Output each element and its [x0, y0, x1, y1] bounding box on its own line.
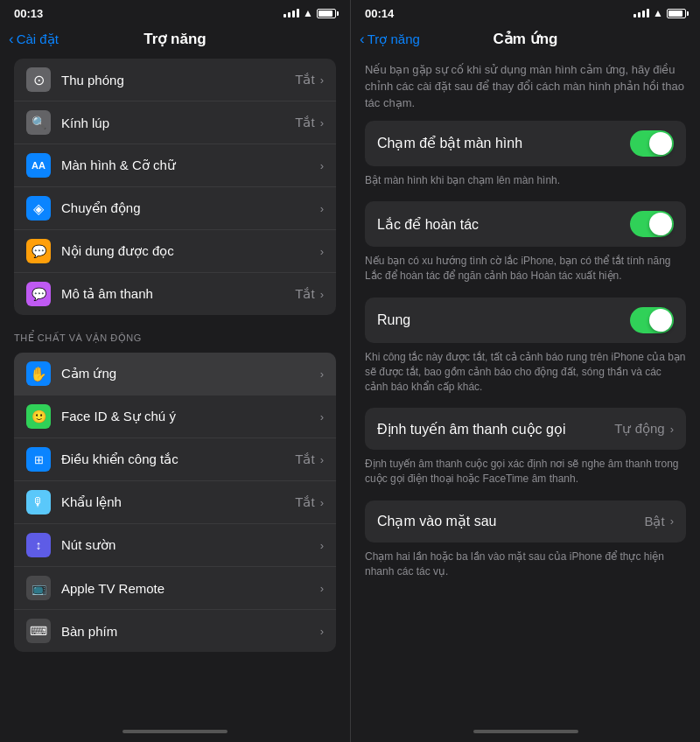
noi-dung-chevron: ›: [320, 245, 324, 258]
rung-toggle-thumb: [649, 309, 672, 332]
dieu-khien-value: Tắt: [295, 452, 314, 467]
kinh-lup-value: Tắt: [295, 115, 314, 130]
right-signal-icon: [634, 9, 649, 18]
cham-bat-desc: Bật màn hình khi bạn chạm lên màn hình.: [351, 168, 700, 197]
kinh-lup-label: Kính lúp: [61, 116, 295, 130]
khau-lenh-icon: 🎙: [26, 490, 51, 514]
dinh-tuyen-row[interactable]: Định tuyến âm thanh cuộc gọi Tự động ›: [365, 408, 686, 450]
settings-item-thu-phong[interactable]: ⊙ Thu phóng Tắt ›: [14, 59, 336, 102]
face-id-icon: 🙂: [26, 404, 51, 429]
khau-lenh-label: Khẩu lệnh: [61, 494, 295, 510]
right-back-label: Trợ năng: [368, 32, 420, 47]
lac-hoan-tac-label: Lắc để hoàn tác: [377, 216, 630, 233]
man-hinh-label: Màn hình & Cỡ chữ: [61, 158, 320, 173]
right-battery-icon: [667, 9, 686, 18]
right-status-bar: 00:14 ▲: [351, 0, 700, 24]
chuyen-dong-chevron: ›: [320, 202, 324, 215]
cham-mat-sau-desc: Chạm hai lần hoặc ba lần vào mặt sau của…: [351, 544, 700, 588]
mo-ta-icon: 💬: [26, 282, 51, 306]
left-nav-header: ‹ Cài đặt Trợ năng: [0, 24, 350, 55]
lac-hoan-tac-row[interactable]: Lắc để hoàn tác: [365, 201, 686, 247]
dieu-khien-chevron: ›: [320, 453, 324, 466]
cam-ung-chevron: ›: [320, 368, 324, 381]
right-scroll-content[interactable]: Nếu bạn gặp sự cố khi sử dụng màn hình c…: [351, 55, 700, 724]
mo-ta-value: Tắt: [295, 286, 314, 302]
settings-item-kinh-lup[interactable]: 🔍 Kính lúp Tắt ›: [14, 102, 336, 144]
cam-ung-label: Cảm ứng: [61, 366, 320, 382]
left-back-label: Cài đặt: [17, 32, 59, 47]
thu-phong-chevron: ›: [320, 74, 324, 87]
mo-ta-chevron: ›: [320, 288, 324, 301]
apple-tv-chevron: ›: [320, 582, 324, 595]
settings-item-face-id[interactable]: 🙂 Face ID & Sự chú ý ›: [14, 396, 336, 438]
left-bottom-settings-list: ✋ Cảm ứng › 🙂 Face ID & Sự chú ý › ⊞ Điề…: [14, 353, 336, 652]
left-top-settings-list: ⊙ Thu phóng Tắt › 🔍 Kính lúp Tắt › AA Mà…: [14, 59, 336, 315]
lac-hoan-tac-desc: Nếu bạn có xu hướng tình cờ lắc iPhone, …: [351, 248, 700, 292]
rung-desc: Khi công tắc này được tắt, tất cả cảnh b…: [351, 345, 700, 402]
signal-icon: [284, 9, 299, 18]
settings-item-khau-lenh[interactable]: 🎙 Khẩu lệnh Tắt ›: [14, 481, 336, 524]
cam-ung-icon: ✋: [26, 361, 51, 386]
settings-item-chuyen-dong[interactable]: ◈ Chuyển động ›: [14, 187, 336, 230]
right-panel: 00:14 ▲ ‹ Trợ năng Cảm ứng Nếu bạn gặp s…: [350, 0, 700, 742]
rung-row[interactable]: Rung: [365, 298, 686, 343]
cham-mat-sau-value: Bật: [644, 514, 664, 529]
left-back-button[interactable]: ‹ Cài đặt: [9, 31, 59, 48]
cham-bat-row[interactable]: Chạm để bật màn hình: [365, 121, 686, 166]
noi-dung-label: Nội dung được đọc: [61, 243, 320, 259]
battery-icon: [317, 9, 336, 18]
left-panel: 00:13 ▲ ‹ Cài đặt Trợ năng ⊙ Thu phóng: [0, 0, 350, 742]
rung-toggle[interactable]: [630, 307, 674, 333]
chuyen-dong-label: Chuyển động: [61, 200, 320, 216]
ban-phim-chevron: ›: [320, 625, 324, 638]
wifi-icon: ▲: [303, 7, 313, 19]
settings-item-man-hinh[interactable]: AA Màn hình & Cỡ chữ ›: [14, 144, 336, 187]
nut-suon-icon: ↕: [26, 533, 51, 557]
left-status-bar: 00:13 ▲: [0, 0, 350, 24]
rung-block: Rung: [365, 298, 686, 343]
right-status-icons: ▲: [634, 7, 686, 19]
khau-lenh-chevron: ›: [320, 496, 324, 509]
cham-bat-toggle[interactable]: [630, 130, 674, 157]
settings-item-ban-phim[interactable]: ⌨ Bàn phím ›: [14, 610, 336, 652]
dieu-khien-label: Điều khiển công tắc: [61, 452, 295, 467]
ban-phim-label: Bàn phím: [61, 624, 320, 639]
settings-item-apple-tv[interactable]: 📺 Apple TV Remote ›: [14, 567, 336, 610]
right-home-indicator: [351, 724, 700, 742]
lac-hoan-tac-toggle-thumb: [649, 213, 672, 235]
lac-hoan-tac-toggle[interactable]: [630, 211, 674, 237]
cham-mat-sau-chevron: ›: [670, 514, 674, 528]
settings-item-noi-dung[interactable]: 💬 Nội dung được đọc ›: [14, 230, 336, 273]
thu-phong-label: Thu phóng: [61, 73, 295, 88]
dinh-tuyen-label: Định tuyến âm thanh cuộc gọi: [377, 421, 614, 438]
face-id-label: Face ID & Sự chú ý: [61, 409, 320, 424]
man-hinh-icon: AA: [26, 153, 51, 178]
cham-mat-sau-row[interactable]: Chạm vào mặt sau Bật ›: [365, 500, 686, 542]
settings-item-cam-ung[interactable]: ✋ Cảm ứng ›: [14, 353, 336, 396]
dinh-tuyen-chevron: ›: [670, 423, 674, 436]
face-id-chevron: ›: [320, 410, 324, 424]
kinh-lup-chevron: ›: [320, 116, 324, 130]
chuyen-dong-icon: ◈: [26, 196, 51, 220]
right-time: 00:14: [365, 7, 394, 20]
ban-phim-icon: ⌨: [26, 619, 51, 643]
thu-phong-value: Tắt: [295, 72, 314, 88]
right-home-bar: [473, 730, 578, 733]
cham-bat-block: Chạm để bật màn hình: [365, 121, 686, 166]
cham-bat-toggle-thumb: [649, 132, 672, 155]
right-back-button[interactable]: ‹ Trợ năng: [360, 31, 420, 48]
settings-item-mo-ta[interactable]: 💬 Mô tả âm thanh Tắt ›: [14, 273, 336, 315]
right-nav-header: ‹ Trợ năng Cảm ứng: [351, 24, 700, 55]
mo-ta-label: Mô tả âm thanh: [61, 286, 295, 302]
right-wifi-icon: ▲: [653, 7, 663, 19]
nut-suon-chevron: ›: [320, 539, 324, 552]
cham-mat-sau-block: Chạm vào mặt sau Bật ›: [365, 500, 686, 542]
left-time: 00:13: [14, 7, 43, 20]
right-intro-text: Nếu bạn gặp sự cố khi sử dụng màn hình c…: [351, 55, 700, 121]
right-nav-title: Cảm ứng: [494, 30, 558, 48]
dinh-tuyen-block: Định tuyến âm thanh cuộc gọi Tự động ›: [365, 408, 686, 450]
dieu-khien-icon: ⊞: [26, 447, 51, 472]
settings-item-nut-suon[interactable]: ↕ Nút sườn ›: [14, 524, 336, 567]
settings-item-dieu-khien[interactable]: ⊞ Điều khiển công tắc Tắt ›: [14, 438, 336, 481]
noi-dung-icon: 💬: [26, 239, 51, 263]
